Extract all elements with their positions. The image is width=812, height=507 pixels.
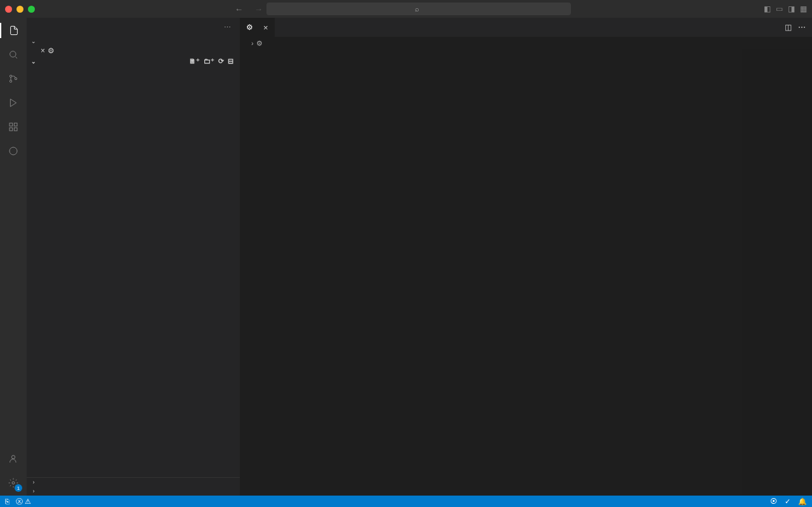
npm-section[interactable]: › <box>27 487 240 496</box>
collapse-icon[interactable]: ⊟ <box>228 57 233 65</box>
notifications-icon[interactable]: 🔔 <box>798 497 807 506</box>
activity-bar: 1 <box>0 18 27 496</box>
command-center[interactable]: ⌕ <box>266 3 571 15</box>
gear-icon: ⚙ <box>256 39 263 48</box>
editor-area: ⚙ × ◫ ⋯ › ⚙ <box>240 18 812 496</box>
remote-indicator[interactable]: ⎘ <box>5 497 10 505</box>
new-file-icon[interactable]: 🗎⁺ <box>189 57 200 65</box>
minimap[interactable] <box>742 49 812 496</box>
close-window[interactable] <box>5 6 12 13</box>
project-section[interactable]: ⌄ 🗎⁺ 🗀⁺ ⟳ ⊟ <box>27 56 240 67</box>
search-activity-icon[interactable] <box>6 47 21 62</box>
new-folder-icon[interactable]: 🗀⁺ <box>204 57 214 65</box>
tab-jmeter-properties[interactable]: ⚙ × <box>240 18 275 37</box>
layout-primary-icon[interactable]: ◧ <box>764 4 771 13</box>
customize-layout-icon[interactable]: ▦ <box>800 4 807 13</box>
problems-indicator[interactable]: ⓧ ⚠ <box>16 497 31 506</box>
more-actions-icon[interactable]: ⋯ <box>798 23 806 32</box>
remote-icon[interactable] <box>6 143 21 159</box>
minimize-window[interactable] <box>16 6 23 13</box>
svg-point-8 <box>10 147 17 155</box>
titlebar: ← → ⌕ ◧ ▭ ◨ ▦ <box>0 0 812 18</box>
close-icon[interactable]: × <box>41 46 45 55</box>
extensions-icon[interactable] <box>6 119 21 135</box>
svg-rect-5 <box>14 123 17 126</box>
svg-rect-7 <box>14 128 17 131</box>
svg-rect-6 <box>10 128 13 131</box>
line-gutter <box>240 49 266 496</box>
explorer-icon[interactable] <box>0 23 27 38</box>
nav-forward-icon[interactable]: → <box>254 4 263 14</box>
svg-point-9 <box>11 456 15 459</box>
nav-back-icon[interactable]: ← <box>235 4 243 14</box>
code-content[interactable] <box>266 49 742 496</box>
layout-secondary-icon[interactable]: ◨ <box>788 4 795 13</box>
gear-icon: ⚙ <box>48 46 55 55</box>
explorer-sidebar: ⋯ ⌄ × ⚙ ⌄ 🗎⁺ 🗀⁺ ⟳ ⊟ › <box>27 18 240 496</box>
svg-point-0 <box>10 51 16 57</box>
close-tab-icon[interactable]: × <box>263 23 268 32</box>
svg-rect-4 <box>10 123 13 126</box>
spell-status[interactable]: ⦿ <box>770 497 777 505</box>
settings-gear-icon[interactable]: 1 <box>6 475 21 491</box>
more-icon[interactable]: ⋯ <box>224 23 231 32</box>
layout-panel-icon[interactable]: ▭ <box>776 4 783 13</box>
svg-point-10 <box>12 482 15 484</box>
chevron-right-icon: › <box>251 39 254 47</box>
svg-point-1 <box>10 75 11 77</box>
svg-point-3 <box>15 77 16 79</box>
debug-icon[interactable] <box>6 95 21 110</box>
open-editors-section[interactable]: ⌄ <box>27 37 240 46</box>
editor-tabs: ⚙ × ◫ ⋯ <box>240 18 812 37</box>
window-controls <box>5 6 35 13</box>
chevron-down-icon: ⌄ <box>29 38 38 44</box>
open-editor-item[interactable]: × ⚙ <box>27 46 240 56</box>
maximize-window[interactable] <box>28 6 35 13</box>
prettier-status[interactable]: ✓ <box>785 497 790 506</box>
chevron-down-icon: ⌄ <box>29 58 38 65</box>
timeline-section[interactable]: › <box>27 478 240 487</box>
breadcrumb[interactable]: › ⚙ <box>240 37 812 49</box>
chevron-right-icon: › <box>29 488 38 494</box>
chevron-right-icon: › <box>29 479 38 485</box>
svg-point-2 <box>10 80 11 82</box>
gear-icon: ⚙ <box>246 23 253 32</box>
file-tree <box>27 67 240 477</box>
search-icon: ⌕ <box>415 5 419 13</box>
source-control-icon[interactable] <box>6 71 21 86</box>
status-bar: ⎘ ⓧ ⚠ ⦿ ✓ 🔔 <box>0 496 812 507</box>
split-editor-icon[interactable]: ◫ <box>785 23 792 32</box>
account-icon[interactable] <box>6 451 21 466</box>
refresh-icon[interactable]: ⟳ <box>218 57 224 65</box>
